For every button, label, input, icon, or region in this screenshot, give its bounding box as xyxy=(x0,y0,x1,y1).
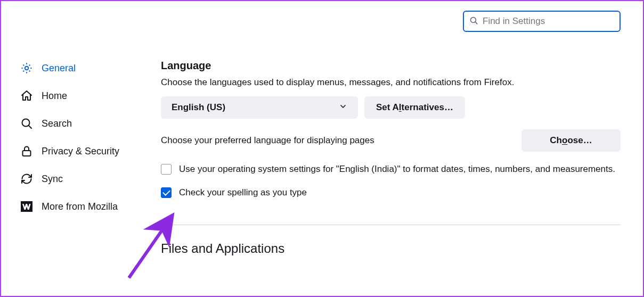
search-icon xyxy=(469,16,478,27)
sidebar-item-label: General xyxy=(42,63,76,74)
lock-icon xyxy=(20,145,33,158)
svg-point-0 xyxy=(25,67,28,70)
sidebar-item-general[interactable]: General xyxy=(20,54,161,82)
search-settings-input[interactable] xyxy=(483,16,614,27)
sidebar-item-label: Sync xyxy=(42,174,63,185)
os-format-label: Use your operating system settings for "… xyxy=(179,162,615,176)
svg-rect-3 xyxy=(23,151,31,156)
search-icon xyxy=(20,117,33,130)
sidebar-item-sync[interactable]: Sync xyxy=(20,165,161,193)
sidebar-item-privacy[interactable]: Privacy & Security xyxy=(20,137,161,165)
section-divider xyxy=(161,225,621,225)
settings-sidebar: General Home Search Privacy & Security S… xyxy=(1,1,161,296)
svg-line-2 xyxy=(29,126,31,128)
sidebar-item-search[interactable]: Search xyxy=(20,110,161,137)
spellcheck-checkbox[interactable] xyxy=(161,187,172,198)
settings-main: Language Choose the languages used to di… xyxy=(161,1,643,296)
language-selected: English (US) xyxy=(172,102,225,113)
sync-icon xyxy=(20,172,33,185)
choose-language-description: Choose your preferred language for displ… xyxy=(161,135,374,146)
files-heading: Files and Applications xyxy=(161,241,621,256)
gear-icon xyxy=(20,62,33,75)
set-alternatives-button[interactable]: Set Alternatives… xyxy=(364,96,465,119)
mozilla-icon xyxy=(20,200,33,213)
chevron-down-icon xyxy=(339,102,347,113)
search-settings-box[interactable] xyxy=(463,11,621,32)
os-format-checkbox[interactable] xyxy=(161,164,172,175)
spellcheck-label: Check your spelling as you type xyxy=(179,186,307,200)
language-description: Choose the languages used to display men… xyxy=(161,77,621,88)
choose-language-button[interactable]: Choose… xyxy=(521,129,621,152)
language-heading: Language xyxy=(161,60,621,72)
sidebar-item-more-mozilla[interactable]: More from Mozilla xyxy=(20,193,161,220)
svg-line-6 xyxy=(475,22,477,24)
sidebar-item-label: Privacy & Security xyxy=(42,146,119,157)
sidebar-item-label: Home xyxy=(42,90,67,102)
sidebar-item-label: Search xyxy=(42,118,72,129)
language-dropdown[interactable]: English (US) xyxy=(161,96,358,119)
home-icon xyxy=(20,89,33,102)
sidebar-item-label: More from Mozilla xyxy=(42,201,118,212)
sidebar-item-home[interactable]: Home xyxy=(20,82,161,110)
